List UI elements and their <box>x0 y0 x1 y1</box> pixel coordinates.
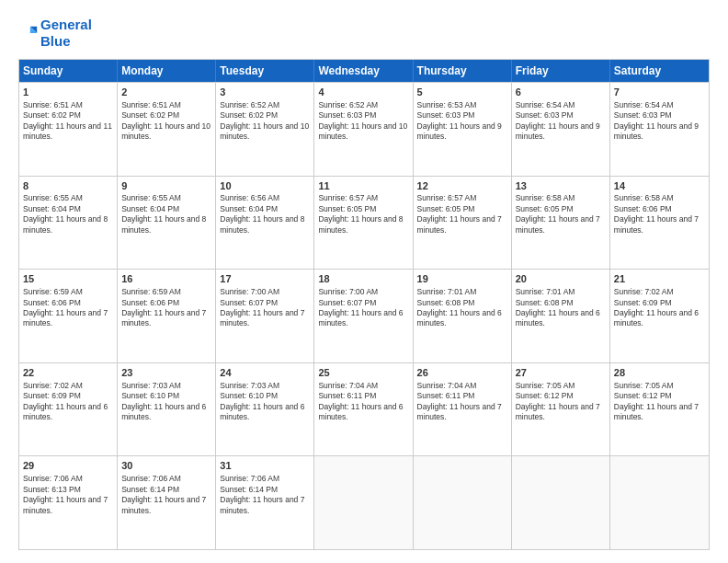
sunrise: Sunrise: 6:52 AM <box>220 100 279 109</box>
calendar-cell: 1Sunrise: 6:51 AMSunset: 6:02 PMDaylight… <box>19 83 118 176</box>
calendar-cell: 25Sunrise: 7:04 AMSunset: 6:11 PMDayligh… <box>314 363 413 456</box>
sunset: Sunset: 6:09 PM <box>614 298 672 307</box>
sunset: Sunset: 6:06 PM <box>23 298 81 307</box>
calendar-cell: 5Sunrise: 6:53 AMSunset: 6:03 PMDaylight… <box>414 83 512 176</box>
calendar-cell: 6Sunrise: 6:54 AMSunset: 6:03 PMDaylight… <box>512 83 610 176</box>
calendar-cell: 23Sunrise: 7:03 AMSunset: 6:10 PMDayligh… <box>118 363 216 456</box>
day-number: 27 <box>516 366 606 380</box>
daylight: Daylight: 11 hours and 6 minutes. <box>220 402 304 421</box>
sunrise: Sunrise: 7:04 AM <box>417 381 477 390</box>
calendar-cell: 16Sunrise: 6:59 AMSunset: 6:06 PMDayligh… <box>118 270 216 362</box>
day-number: 30 <box>121 459 211 473</box>
sunrise: Sunrise: 7:05 AM <box>516 381 575 390</box>
sunrise: Sunrise: 7:03 AM <box>121 381 181 390</box>
sunset: Sunset: 6:08 PM <box>516 298 574 307</box>
daylight: Daylight: 11 hours and 8 minutes. <box>220 214 304 234</box>
day-number: 28 <box>614 366 705 380</box>
calendar-cell: 21Sunrise: 7:02 AMSunset: 6:09 PMDayligh… <box>610 270 709 362</box>
day-number: 25 <box>318 366 408 380</box>
daylight: Daylight: 11 hours and 7 minutes. <box>516 402 600 421</box>
calendar-cell: 3Sunrise: 6:52 AMSunset: 6:02 PMDaylight… <box>216 83 314 176</box>
sunset: Sunset: 6:05 PM <box>516 204 574 213</box>
daylight: Daylight: 11 hours and 6 minutes. <box>417 308 502 327</box>
sunrise: Sunrise: 7:06 AM <box>23 474 83 483</box>
sunrise: Sunrise: 7:02 AM <box>614 287 674 296</box>
header-day: Monday <box>118 60 216 82</box>
daylight: Daylight: 11 hours and 8 minutes. <box>23 214 108 234</box>
daylight: Daylight: 11 hours and 7 minutes. <box>516 214 600 234</box>
calendar-header: SundayMondayTuesdayWednesdayThursdayFrid… <box>19 60 709 82</box>
daylight: Daylight: 11 hours and 7 minutes. <box>23 495 108 514</box>
sunset: Sunset: 6:10 PM <box>121 391 179 400</box>
day-number: 2 <box>121 86 211 99</box>
daylight: Daylight: 11 hours and 6 minutes. <box>516 308 600 327</box>
day-number: 8 <box>23 179 113 193</box>
sunrise: Sunrise: 6:51 AM <box>121 100 181 109</box>
daylight: Daylight: 11 hours and 7 minutes. <box>220 495 304 514</box>
day-number: 22 <box>23 366 113 380</box>
day-number: 23 <box>121 366 211 380</box>
daylight: Daylight: 11 hours and 8 minutes. <box>121 214 206 234</box>
calendar-cell: 8Sunrise: 6:55 AMSunset: 6:04 PMDaylight… <box>19 177 118 270</box>
sunrise: Sunrise: 6:54 AM <box>516 100 575 109</box>
sunrise: Sunrise: 6:59 AM <box>23 287 83 296</box>
header-day: Friday <box>512 60 610 82</box>
day-number: 12 <box>417 179 507 193</box>
calendar-cell: 17Sunrise: 7:00 AMSunset: 6:07 PMDayligh… <box>216 270 314 362</box>
daylight: Daylight: 11 hours and 10 minutes. <box>121 121 210 141</box>
day-number: 6 <box>516 86 606 99</box>
calendar-cell: 31Sunrise: 7:06 AMSunset: 6:14 PMDayligh… <box>216 456 314 549</box>
calendar-cell <box>610 456 709 549</box>
calendar-body: 1Sunrise: 6:51 AMSunset: 6:02 PMDaylight… <box>19 82 709 549</box>
calendar-cell: 26Sunrise: 7:04 AMSunset: 6:11 PMDayligh… <box>414 363 512 456</box>
daylight: Daylight: 11 hours and 7 minutes. <box>614 402 699 421</box>
sunset: Sunset: 6:03 PM <box>318 110 376 120</box>
daylight: Daylight: 11 hours and 7 minutes. <box>121 495 206 514</box>
day-number: 19 <box>417 272 507 286</box>
calendar-cell: 2Sunrise: 6:51 AMSunset: 6:02 PMDaylight… <box>118 83 216 176</box>
header-day: Saturday <box>610 60 709 82</box>
sunrise: Sunrise: 7:04 AM <box>318 381 378 390</box>
sunset: Sunset: 6:03 PM <box>516 110 574 120</box>
sunset: Sunset: 6:04 PM <box>23 204 81 213</box>
calendar-cell: 30Sunrise: 7:06 AMSunset: 6:14 PMDayligh… <box>118 456 216 549</box>
logo-icon <box>18 23 39 43</box>
sunset: Sunset: 6:14 PM <box>121 485 179 494</box>
sunrise: Sunrise: 6:55 AM <box>23 193 83 202</box>
logo: GeneralBlue <box>18 17 92 50</box>
sunrise: Sunrise: 6:56 AM <box>220 193 279 202</box>
sunrise: Sunrise: 7:05 AM <box>614 381 674 390</box>
day-number: 29 <box>23 459 113 473</box>
daylight: Daylight: 11 hours and 6 minutes. <box>614 308 699 327</box>
sunset: Sunset: 6:03 PM <box>614 110 672 120</box>
sunrise: Sunrise: 7:06 AM <box>121 474 181 483</box>
day-number: 21 <box>614 272 705 286</box>
sunset: Sunset: 6:11 PM <box>318 391 376 400</box>
sunset: Sunset: 6:04 PM <box>121 204 179 213</box>
calendar-cell <box>512 456 610 549</box>
daylight: Daylight: 11 hours and 7 minutes. <box>614 214 699 234</box>
calendar-cell: 13Sunrise: 6:58 AMSunset: 6:05 PMDayligh… <box>512 177 610 270</box>
header-day: Thursday <box>414 60 512 82</box>
daylight: Daylight: 11 hours and 7 minutes. <box>23 308 108 327</box>
header-day: Tuesday <box>216 60 314 82</box>
sunset: Sunset: 6:02 PM <box>220 110 278 120</box>
day-number: 20 <box>516 272 606 286</box>
sunset: Sunset: 6:02 PM <box>121 110 179 120</box>
daylight: Daylight: 11 hours and 6 minutes. <box>121 402 206 421</box>
sunset: Sunset: 6:07 PM <box>220 298 278 307</box>
calendar-cell: 18Sunrise: 7:00 AMSunset: 6:07 PMDayligh… <box>314 270 413 362</box>
calendar-page: GeneralBlue SundayMondayTuesdayWednesday… <box>0 0 728 563</box>
sunset: Sunset: 6:04 PM <box>220 204 278 213</box>
day-number: 31 <box>220 459 310 473</box>
sunset: Sunset: 6:12 PM <box>516 391 574 400</box>
daylight: Daylight: 11 hours and 7 minutes. <box>417 214 502 234</box>
calendar-cell: 15Sunrise: 6:59 AMSunset: 6:06 PMDayligh… <box>19 270 118 362</box>
calendar: SundayMondayTuesdayWednesdayThursdayFrid… <box>18 59 710 550</box>
day-number: 24 <box>220 366 310 380</box>
day-number: 3 <box>220 86 310 99</box>
calendar-cell: 9Sunrise: 6:55 AMSunset: 6:04 PMDaylight… <box>118 177 216 270</box>
sunset: Sunset: 6:08 PM <box>417 298 475 307</box>
day-number: 4 <box>318 86 408 99</box>
sunrise: Sunrise: 7:02 AM <box>23 381 83 390</box>
